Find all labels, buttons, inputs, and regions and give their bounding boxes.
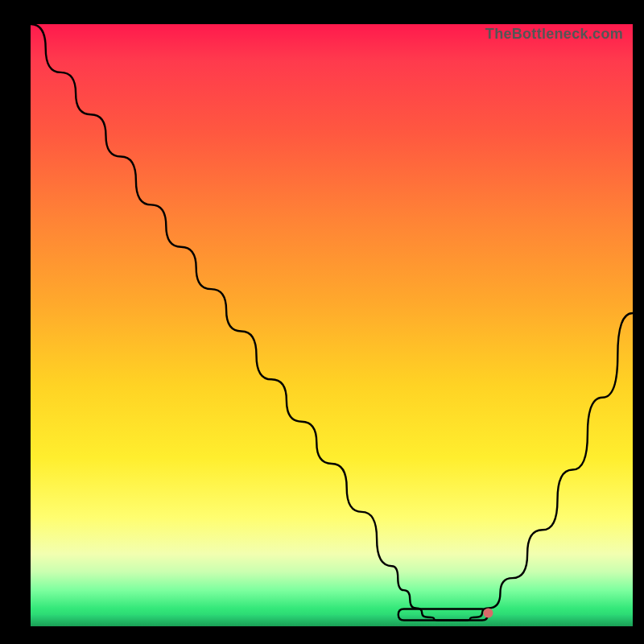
curve-line (31, 24, 633, 621)
optimal-point-marker (483, 609, 493, 618)
bottleneck-curve (31, 24, 633, 626)
optimal-plateau-marker (398, 609, 488, 621)
plot-area: TheBottleneck.com (31, 24, 633, 626)
chart-frame: TheBottleneck.com (6, 6, 638, 638)
